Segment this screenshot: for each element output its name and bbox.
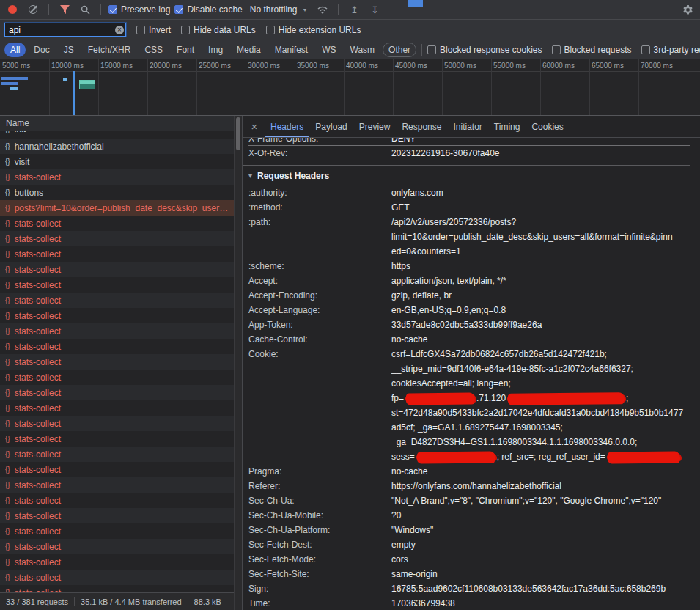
request-row[interactable]: {}stats-collect <box>0 231 242 246</box>
clear-button[interactable] <box>25 2 41 17</box>
request-row[interactable]: {}stats-collect <box>0 554 242 570</box>
network-conditions-button[interactable] <box>314 2 331 17</box>
tab-headers[interactable]: Headers <box>265 117 309 137</box>
request-row[interactable]: {}stats-collect <box>0 323 242 339</box>
request-row[interactable]: {}stats-collect <box>0 246 242 262</box>
request-row[interactable]: {}stats-collect <box>0 308 242 323</box>
request-row[interactable]: {}stats-collect <box>0 416 242 431</box>
request-row[interactable]: {}stats-collect <box>0 570 242 585</box>
header-row: Sec-Fetch-Site:same-origin <box>248 567 690 581</box>
request-row[interactable]: {}stats-collect <box>0 169 242 185</box>
request-row[interactable]: {}posts?limit=10&order=publish_date_desc… <box>0 200 242 216</box>
export-har-button[interactable]: ↧ <box>366 2 383 17</box>
settings-button[interactable] <box>679 2 696 17</box>
tab-timing[interactable]: Timing <box>488 117 526 137</box>
headers-pane: X-Frame-Options:DENYX-Of-Rev:20231226191… <box>243 138 700 610</box>
type-filter-fetchxhr[interactable]: Fetch/XHR <box>82 43 137 57</box>
type-filter-ws[interactable]: WS <box>316 43 342 57</box>
header-value-line: DENY <box>391 138 690 146</box>
filter-toggle-button[interactable] <box>56 2 73 17</box>
funnel-icon <box>60 5 70 14</box>
third-party-requests-checkbox[interactable]: 3rd-party requests <box>641 45 700 55</box>
filter-input[interactable] <box>4 23 126 37</box>
tab-preview[interactable]: Preview <box>353 117 397 137</box>
request-name: stats-collect <box>15 372 61 383</box>
header-row: X-Of-Rev:202312261916-30670fa40e <box>248 146 690 161</box>
header-value: onlyfans.com <box>391 185 690 200</box>
scrollbar-thumb[interactable] <box>236 117 240 150</box>
request-row[interactable]: {}init <box>0 131 242 139</box>
type-filter-wasm[interactable]: Wasm <box>345 43 381 57</box>
request-row[interactable]: {}stats-collect <box>0 293 242 308</box>
request-row[interactable]: {}stats-collect <box>0 508 242 523</box>
header-name: :authority: <box>248 185 391 200</box>
tab-payload[interactable]: Payload <box>309 117 353 137</box>
request-row[interactable]: {}stats-collect <box>0 447 242 462</box>
json-braces-icon: {} <box>5 342 10 350</box>
request-row[interactable]: {}stats-collect <box>0 431 242 447</box>
request-row[interactable]: {}buttons <box>0 185 242 200</box>
header-value: cors <box>391 552 690 567</box>
request-row[interactable]: {}stats-collect <box>0 370 242 385</box>
request-row[interactable]: {}stats-collect <box>0 385 242 400</box>
hide-data-urls-checkbox[interactable]: Hide data URLs <box>181 25 256 35</box>
request-row[interactable]: {}stats-collect <box>0 539 242 554</box>
record-button[interactable] <box>4 2 21 17</box>
request-row[interactable]: {}hannahelizabethofficial <box>0 139 242 154</box>
header-name: X-Frame-Options: <box>248 138 391 146</box>
throttling-dropdown[interactable]: No throttling ▼ <box>247 4 311 15</box>
clear-filter-icon[interactable]: × <box>115 26 124 34</box>
type-filter-css[interactable]: CSS <box>139 43 169 57</box>
request-row[interactable]: {}stats-collect <box>0 339 242 354</box>
request-row[interactable]: {}stats-collect <box>0 477 242 493</box>
type-filter-img[interactable]: Img <box>202 43 229 57</box>
timeline-overview[interactable]: 5000 ms10000 ms15000 ms20000 ms25000 ms3… <box>0 59 700 116</box>
request-headers-section-header[interactable]: ▾Request Headers <box>248 166 690 185</box>
headers-list: X-Frame-Options:DENYX-Of-Rev:20231226191… <box>248 138 690 610</box>
name-column-header[interactable]: Name <box>0 116 242 131</box>
type-filter-other[interactable]: Other <box>383 43 416 57</box>
type-filter-all[interactable]: All <box>4 43 26 57</box>
type-filter-font[interactable]: Font <box>171 43 200 57</box>
request-row[interactable]: {}stats-collect <box>0 523 242 539</box>
type-filter-manifest[interactable]: Manifest <box>269 43 314 57</box>
header-name: Accept-Encoding: <box>248 288 391 303</box>
blocked-response-cookies-checkbox[interactable]: Blocked response cookies <box>427 45 542 55</box>
hide-extension-urls-checkbox[interactable]: Hide extension URLs <box>266 25 361 35</box>
type-filter-media[interactable]: Media <box>231 43 267 57</box>
header-value-line: fp=.71.120; <box>391 391 690 405</box>
hide-data-urls-label: Hide data URLs <box>194 25 256 35</box>
json-braces-icon: {} <box>5 573 10 581</box>
disable-cache-checkbox[interactable]: Disable cache <box>174 4 242 15</box>
type-filter-js[interactable]: JS <box>58 43 80 57</box>
header-value-line: "Not_A Brand";v="8", "Chromium";v="120",… <box>391 493 690 508</box>
request-row[interactable]: {}stats-collect <box>0 216 242 231</box>
type-filter-doc[interactable]: Doc <box>28 43 55 57</box>
request-row[interactable]: {}stats-collect <box>0 277 242 293</box>
search-button[interactable] <box>77 2 93 17</box>
tab-cookies[interactable]: Cookies <box>526 117 569 137</box>
json-braces-icon: {} <box>5 389 10 397</box>
request-row[interactable]: {}visit <box>0 154 242 169</box>
request-row[interactable]: {}stats-collect <box>0 400 242 416</box>
header-value-line: GET <box>391 200 690 215</box>
request-name: stats-collect <box>15 311 61 321</box>
blocked-requests-checkbox[interactable]: Blocked requests <box>552 45 632 55</box>
request-list-scrollbar[interactable] <box>234 116 242 610</box>
filter-input-wrap: × <box>4 23 126 37</box>
request-row[interactable]: {}stats-collect <box>0 493 242 508</box>
request-row[interactable]: {}stats-collect <box>0 262 242 277</box>
request-row[interactable]: {}stats-collect <box>0 354 242 370</box>
tab-response[interactable]: Response <box>396 117 447 137</box>
header-value-line: limit=10&order=publish_date_desc&skip_us… <box>391 229 690 244</box>
header-value: csrf=LdfcGX4Sa72db06824c657db26a5d142472… <box>391 347 690 464</box>
preserve-log-checkbox[interactable]: Preserve log <box>108 4 170 15</box>
section-title: Request Headers <box>257 171 329 181</box>
close-details-button[interactable]: × <box>246 120 263 133</box>
request-row[interactable]: {}stats-collect <box>0 585 242 592</box>
header-name: :scheme: <box>248 259 391 273</box>
invert-checkbox[interactable]: Invert <box>136 25 171 35</box>
tab-initiator[interactable]: Initiator <box>447 117 487 137</box>
import-har-button[interactable]: ↥ <box>346 2 362 17</box>
request-row[interactable]: {}stats-collect <box>0 462 242 477</box>
